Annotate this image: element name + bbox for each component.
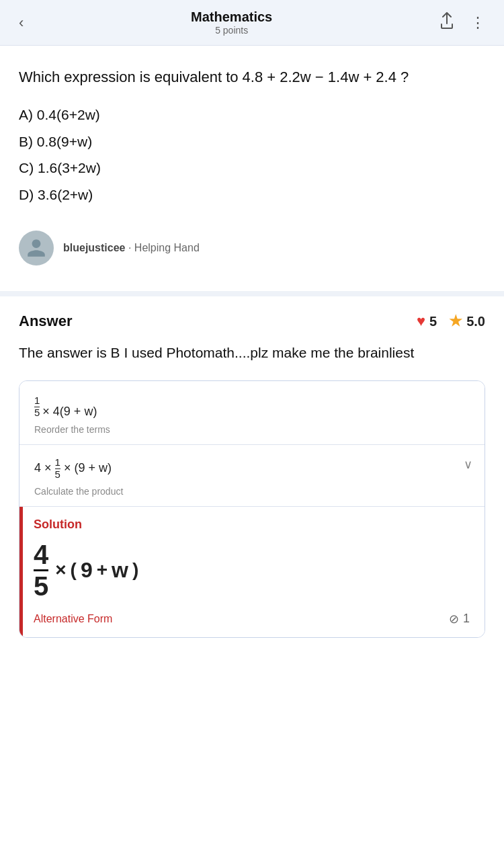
header: ‹ Mathematics 5 points ⋮ bbox=[0, 0, 504, 46]
solution-expr: 4 5 × (9 + w) bbox=[34, 541, 470, 600]
solution-title: Solution bbox=[34, 518, 470, 532]
math-step-1: 15 × 4(9 + w) Reorder the terms bbox=[19, 381, 485, 445]
paperclip-icon: ⊘ bbox=[449, 612, 459, 626]
fraction-display: 4 5 bbox=[34, 541, 48, 600]
alt-form-icon[interactable]: ⊘ 1 bbox=[449, 612, 470, 626]
header-icons-right: ⋮ bbox=[434, 9, 491, 36]
star-score: 5.0 bbox=[466, 314, 485, 329]
user-badge-label: Helping Hand bbox=[134, 242, 200, 253]
answer-header: Answer ♥ 5 ★ 5.0 bbox=[19, 313, 485, 330]
share-button[interactable] bbox=[434, 9, 460, 36]
solution-content: Solution 4 5 × (9 + w) Alternative Form bbox=[23, 507, 485, 637]
heart-count: 5 bbox=[429, 314, 437, 329]
avatar bbox=[19, 231, 54, 265]
heart-icon: ♥ bbox=[417, 313, 425, 330]
math-solution: Solution 4 5 × (9 + w) Alternative Form bbox=[19, 506, 485, 637]
username: bluejusticee bbox=[63, 242, 125, 253]
star-stat: ★ 5.0 bbox=[449, 313, 485, 330]
answer-label: Answer bbox=[19, 313, 72, 330]
alt-form-row: Alternative Form ⊘ 1 bbox=[34, 612, 470, 626]
step1-label: Reorder the terms bbox=[34, 424, 470, 435]
user-info: bluejusticee · Helping Hand bbox=[19, 224, 485, 278]
step2-label: Calculate the product bbox=[34, 486, 470, 497]
step1-expr: 15 × 4(9 + w) bbox=[34, 393, 470, 419]
user-label: bluejusticee · Helping Hand bbox=[63, 242, 200, 254]
star-icon: ★ bbox=[449, 313, 462, 330]
more-options-button[interactable]: ⋮ bbox=[465, 11, 491, 34]
back-button[interactable]: ‹ bbox=[13, 11, 29, 34]
step2-expr: 4 × 15 × (9 + w) bbox=[34, 457, 470, 481]
question-section: Which expression is equivalent to 4.8 + … bbox=[0, 46, 504, 291]
math-step-2: 4 × 15 × (9 + w) Calculate the product ∨ bbox=[19, 445, 485, 506]
answer-section: Answer ♥ 5 ★ 5.0 The answer is B I used … bbox=[0, 296, 504, 638]
option-b[interactable]: B) 0.8(9+w) bbox=[19, 131, 485, 153]
page-subtitle: 5 points bbox=[29, 25, 434, 36]
chevron-down-icon[interactable]: ∨ bbox=[464, 457, 472, 472]
header-center: Mathematics 5 points bbox=[29, 9, 434, 36]
heart-stat: ♥ 5 bbox=[417, 313, 437, 330]
user-badge: · bbox=[128, 242, 134, 253]
answer-stats: ♥ 5 ★ 5.0 bbox=[417, 313, 485, 330]
alt-form-count: 1 bbox=[463, 612, 470, 626]
solution-bar-container: Solution 4 5 × (9 + w) Alternative Form bbox=[19, 507, 485, 637]
option-c[interactable]: C) 1.6(3+2w) bbox=[19, 157, 485, 179]
options-list: A) 0.4(6+2w) B) 0.8(9+w) C) 1.6(3+2w) D)… bbox=[19, 104, 485, 205]
answer-text: The answer is B I used Photomath....plz … bbox=[19, 342, 485, 364]
math-card: 15 × 4(9 + w) Reorder the terms 4 × 15 ×… bbox=[19, 380, 485, 638]
option-d[interactable]: D) 3.6(2+w) bbox=[19, 184, 485, 206]
question-text: Which expression is equivalent to 4.8 + … bbox=[19, 66, 485, 88]
page-title: Mathematics bbox=[29, 9, 434, 25]
option-a[interactable]: A) 0.4(6+2w) bbox=[19, 104, 485, 126]
alt-form-label: Alternative Form bbox=[34, 613, 112, 625]
section-divider bbox=[0, 291, 504, 296]
